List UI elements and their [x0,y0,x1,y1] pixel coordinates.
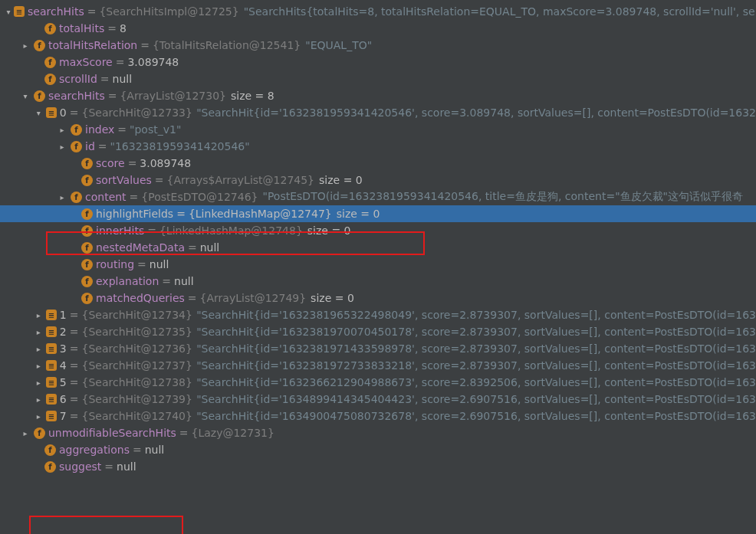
object-preview: "SearchHits{totalHits=8, totalHitsRelati… [244,5,755,18]
tree-row-hit-1[interactable]: ▸≡1={SearchHit@12734}"SearchHit{id='1632… [0,306,756,323]
array-index: 7 [60,410,67,422]
object-type: {SearchHit@12735} [82,326,192,338]
object-type: {SearchHit@12734} [82,309,192,321]
array-index: 1 [60,309,67,321]
field-badge-icon: f [81,158,93,169]
tree-row-matchedqueries[interactable]: ▾ f matchedQueries = {ArrayList@12749} s… [0,290,756,306]
object-preview: "SearchHit{id='1632381970070450178', sco… [196,326,756,338]
tree-row-id[interactable]: ▸ f id = "1632381959341420546" [0,138,756,155]
list-badge-icon: ≡ [14,6,25,17]
field-badge-icon: f [81,259,93,270]
object-type: {SearchHitsImpl@12725} [99,5,238,18]
chevron-right-icon[interactable]: ▸ [34,395,43,404]
tree-row-hit-3[interactable]: ▸≡3={SearchHit@12736}"SearchHit{id='1632… [0,340,756,357]
object-preview: "SearchHit{id='1632381965322498049', sco… [196,309,756,321]
tree-row-content[interactable]: ▸ f content = {PostEsDTO@12746} "PostEsD… [0,188,756,205]
field-badge-icon: f [34,428,45,439]
field-badge-icon: f [81,208,93,220]
object-preview: "PostEsDTO(id=1632381959341420546, title… [262,190,743,204]
chevron-right-icon[interactable]: ▸ [20,429,31,437]
chevron-right-icon[interactable]: ▸ [34,362,43,370]
field-name: matchedQueries [96,292,185,304]
tree-row-totalhits[interactable]: ▾ f totalHits = 8 [0,20,756,37]
field-name: explanation [96,275,159,287]
field-name: routing [96,258,134,270]
field-value: 3.089748 [127,56,179,68]
tree-row-hit-5[interactable]: ▸≡5={SearchHit@12738}"SearchHit{id='1632… [0,374,756,391]
tree-row-innerhits[interactable]: ▾ f innerHits = {LinkedHashMap@12748} si… [0,222,756,239]
object-type: {PostEsDTO@12746} [141,191,258,203]
tree-row-highlightfields[interactable]: ▾ f highlightFields = {LinkedHashMap@127… [0,205,756,222]
tree-row-index[interactable]: ▸ f index = "post_v1" [0,121,756,138]
array-index: 3 [60,342,67,355]
tree-row-maxscore[interactable]: ▾ f maxScore = 3.089748 [0,54,756,70]
tree-row-suggest[interactable]: ▾ f suggest = null [0,458,756,475]
field-badge-icon: f [44,74,56,85]
tree-row-aggregations[interactable]: ▾ f aggregations = null [0,441,756,458]
field-value: null [117,460,136,473]
field-value: 3.089748 [140,157,191,169]
field-value: 8 [120,22,127,34]
field-badge-icon: f [81,175,93,186]
field-name: totalHits [59,22,104,34]
chevron-right-icon[interactable]: ▸ [34,378,43,387]
chevron-down-icon[interactable]: ▾ [3,8,14,16]
field-value: "post_v1" [130,123,181,136]
tree-row-searchhits-list[interactable]: ▾ f searchHits = {ArrayList@12730} size … [0,87,756,104]
tree-row-hit-4[interactable]: ▸≡4={SearchHit@12737}"SearchHit{id='1632… [0,357,756,374]
field-name: unmodifiableSearchHits [48,427,176,439]
tree-row-hit-0[interactable]: ▾ ≡ 0 = {SearchHit@12733} "SearchHit{id=… [0,104,756,121]
field-name: totalHitsRelation [48,39,137,51]
field-value: null [145,444,165,456]
tree-row-hit-2[interactable]: ▸≡2={SearchHit@12735}"SearchHit{id='1632… [0,323,756,340]
object-type: {TotalHitsRelation@12541} [153,39,301,51]
tree-row-totalhitsrelation[interactable]: ▸ f totalHitsRelation = {TotalHitsRelati… [0,37,756,54]
field-badge-icon: f [81,225,93,237]
tree-row-hit-7[interactable]: ▸≡7={SearchHit@12740}"SearchHit{id='1634… [0,408,756,424]
chevron-down-icon[interactable]: ▾ [20,92,31,100]
object-preview: "SearchHit{id='1634900475080732678', sco… [196,410,756,422]
equals-sign: = [87,5,97,18]
chevron-right-icon[interactable]: ▸ [34,412,43,421]
tree-row-score[interactable]: ▾ f score = 3.089748 [0,155,756,172]
tree-row-explanation[interactable]: ▾ f explanation = null [0,273,756,290]
object-type: {LinkedHashMap@12748} [159,224,303,237]
field-name: innerHits [96,224,144,237]
annotation-highlight-box [29,516,183,534]
debugger-variables-tree: ▾ ≡ searchHits = {SearchHitsImpl@12725} … [0,0,756,475]
tree-row-sortvalues[interactable]: ▾ f sortValues = {Arrays$ArrayList@12745… [0,172,756,188]
object-preview: "SearchHit{id='1632381971433598978', sco… [196,342,756,355]
field-name: score [96,157,125,169]
chevron-right-icon[interactable]: ▸ [34,311,43,319]
chevron-right-icon[interactable]: ▸ [34,345,43,353]
object-preview: "SearchHit{id='1632381959341420546', sco… [196,106,756,119]
array-index: 6 [60,393,67,405]
tree-row-routing[interactable]: ▾ f routing = null [0,256,756,273]
chevron-right-icon[interactable]: ▸ [34,328,43,336]
chevron-down-icon[interactable]: ▾ [34,109,43,117]
list-badge-icon: ≡ [46,310,57,320]
chevron-right-icon[interactable]: ▸ [57,143,67,151]
field-name: maxScore [59,56,113,68]
size-label: size = 0 [307,224,351,237]
list-badge-icon: ≡ [46,411,57,421]
tree-row-nestedmetadata[interactable]: ▾ f nestedMetaData = null [0,239,756,256]
chevron-right-icon[interactable]: ▸ [57,193,67,201]
field-name: highlightFields [96,208,173,220]
object-type: {SearchHit@12739} [82,393,192,405]
tree-row-root[interactable]: ▾ ≡ searchHits = {SearchHitsImpl@12725} … [0,3,756,20]
chevron-right-icon[interactable]: ▸ [20,41,31,50]
field-badge-icon: f [34,40,45,51]
object-type: {SearchHit@12738} [82,376,192,388]
object-type: {SearchHit@12740} [82,410,192,422]
field-badge-icon: f [81,276,93,287]
tree-row-scrollid[interactable]: ▾ f scrollId = null [0,70,756,87]
tree-row-unmodifiable[interactable]: ▸ f unmodifiableSearchHits = {Lazy@12731… [0,424,756,441]
tree-row-hit-6[interactable]: ▸≡6={SearchHit@12739}"SearchHit{id='1634… [0,391,756,408]
object-type: {Lazy@12731} [192,427,274,439]
chevron-right-icon[interactable]: ▸ [57,126,67,134]
field-value: null [150,258,169,270]
object-type: {LinkedHashMap@12747} [189,208,332,220]
list-badge-icon: ≡ [46,360,57,371]
field-name: searchHits [48,90,105,102]
